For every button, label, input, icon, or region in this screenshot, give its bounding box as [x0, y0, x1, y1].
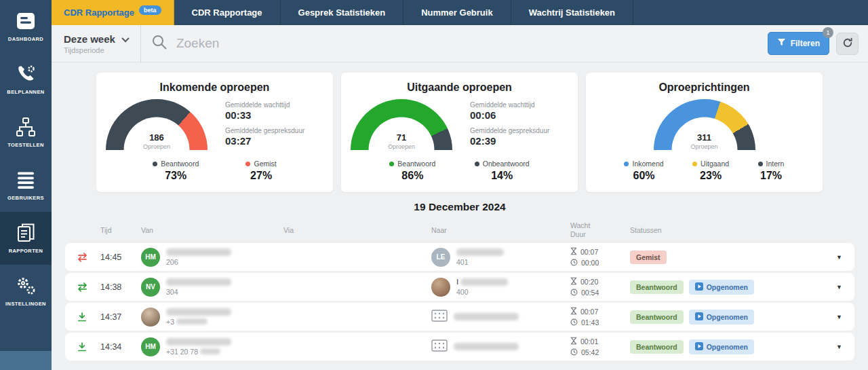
caller-cell: HM +31 20 78 [141, 337, 283, 356]
two-way-arrow-icon [77, 253, 100, 262]
avatar-photo [431, 278, 450, 297]
redacted-name [454, 313, 519, 320]
legend-dot [624, 162, 629, 166]
stat-wachttijd: Gemiddelde wachttijd 00:33 [225, 101, 323, 121]
tab-bar: CDR Rapportage beta CDR Rapportage Gespr… [52, 0, 868, 25]
two-way-arrow-icon [77, 282, 100, 292]
sidebar-item-label: TOESTELLEN [7, 142, 43, 148]
call-time: 14:34 [100, 342, 141, 352]
redacted-name [166, 278, 231, 286]
caller-cell: +3 [141, 308, 283, 327]
sidebar-item-rapporten[interactable]: RAPPORTEN [0, 212, 52, 265]
card-title: Uitgaande oproepen [351, 81, 568, 94]
redacted-name [460, 278, 508, 286]
legend-dot [758, 162, 763, 166]
hourglass-icon [570, 337, 577, 346]
chevron-down-icon[interactable]: ▼ [825, 284, 842, 291]
status-badge: Gemist [630, 251, 667, 264]
sidebar-item-dashboard[interactable]: DASHBOARD [0, 0, 52, 53]
call-time: 14:37 [100, 312, 141, 322]
legend-item: Uitgaand 23% [692, 160, 729, 182]
tab-cdr-rapportage[interactable]: CDR Rapportage [174, 0, 281, 25]
avatar: LE [431, 248, 450, 267]
tab-label: Nummer Gebruik [421, 7, 492, 18]
search-placeholder: Zoeken [176, 36, 219, 51]
clock-icon [570, 259, 578, 267]
sidebar-item-gebruikers[interactable]: GEBRUIKERS [0, 159, 52, 212]
clock-icon [570, 318, 578, 327]
filter-button[interactable]: Filteren [768, 32, 829, 55]
refresh-button[interactable] [836, 33, 859, 55]
caller-number: 206 [166, 258, 231, 266]
chevron-down-icon [121, 33, 130, 45]
card-inkomende-oproepen: Inkomende oproepen 186 Oproepen Gemiddel… [96, 73, 333, 192]
status-badge: Beantwoord [630, 310, 684, 324]
funnel-icon [777, 38, 786, 49]
tab-wachtrij-statistieken[interactable]: Wachtrij Statistieken [511, 0, 633, 25]
users-list-icon [16, 170, 35, 190]
table-row[interactable]: 14:38 NV 304 I 400 00:20 00:54 [65, 273, 854, 301]
clock-icon [570, 289, 578, 297]
chevron-down-icon[interactable]: ▼ [825, 314, 842, 320]
wait-duration-cell: 00:20 00:54 [570, 277, 630, 297]
legend-item: Beantwoord 73% [153, 160, 199, 182]
caller-cell: NV 304 [141, 278, 283, 297]
table-row[interactable]: 14:37 +3 00:07 01:43 Beantwoord [65, 303, 854, 331]
keypad-icon [431, 310, 448, 325]
legend-dot [692, 162, 697, 166]
stat-wachttijd: Gemiddelde wachttijd 00:06 [470, 101, 568, 121]
tab-nummer-gebruik[interactable]: Nummer Gebruik [403, 0, 511, 25]
recording-badge[interactable]: Opgenomen [689, 310, 754, 325]
card-uitgaande-oproepen: Uitgaande oproepen 71 Oproepen Gemiddeld… [341, 73, 578, 192]
tab-label: CDR Rapportage [64, 7, 134, 18]
table-row[interactable]: 14:34 HM +31 20 78 00:01 05:42 Bean [65, 333, 854, 360]
sidebar-footer[interactable] [0, 351, 52, 370]
settings-gears-icon [16, 276, 36, 296]
search-input[interactable]: Zoeken [141, 35, 768, 52]
table-row[interactable]: 14:45 HM 206 LE 401 00:07 00:00 [65, 243, 854, 271]
callee-number: 401 [456, 258, 504, 266]
incoming-arrow-icon [77, 312, 100, 322]
hourglass-icon [570, 247, 577, 257]
sidebar-item-label: RAPPORTEN [9, 248, 43, 254]
tab-label: Wachtrij Statistieken [529, 7, 615, 18]
gauge-count: 311 [654, 132, 755, 143]
legend-dot [245, 162, 250, 166]
avatar: HM [141, 337, 160, 356]
hourglass-icon [570, 277, 577, 286]
legend-dot [153, 162, 157, 166]
play-icon [695, 342, 703, 352]
call-time: 14:45 [100, 253, 141, 262]
clock-icon [570, 348, 578, 357]
recording-badge[interactable]: Opgenomen [689, 280, 754, 295]
legend-dot [475, 162, 479, 166]
chevron-down-icon[interactable]: ▼ [825, 254, 842, 261]
caller-number: 304 [166, 288, 231, 296]
chevron-down-icon[interactable]: ▼ [825, 344, 842, 350]
keypad-icon [431, 339, 448, 354]
incoming-arrow-icon [77, 342, 100, 352]
legend-item: Inkomend 60% [624, 160, 663, 182]
legend-dot [389, 162, 394, 166]
avatar: NV [141, 278, 160, 297]
redacted-name [166, 248, 231, 256]
period-selector[interactable]: Deze week Tijdsperiode [52, 33, 140, 54]
play-icon [695, 282, 703, 292]
redacted-name [166, 308, 231, 316]
tab-cdr-rapportage-beta[interactable]: CDR Rapportage beta [52, 0, 174, 25]
date-header: 19 December 2024 [52, 201, 868, 213]
col-naar: Naar [431, 226, 570, 234]
beta-badge: beta [139, 5, 161, 15]
card-title: Inkomende oproepen [106, 81, 323, 94]
recording-badge[interactable]: Opgenomen [689, 339, 754, 354]
wait-duration-cell: 00:01 05:42 [570, 337, 630, 357]
sidebar-item-belplannen[interactable]: BELPLANNEN [0, 53, 52, 106]
status-badge: Beantwoord [630, 340, 684, 354]
toolbar: Deze week Tijdsperiode Zoeken Filteren [52, 25, 868, 62]
sidebar-item-toestellen[interactable]: TOESTELLEN [0, 106, 52, 159]
callee-number: 400 [456, 288, 508, 296]
tab-gesprek-statistieken[interactable]: Gesprek Statistieken [281, 0, 404, 25]
col-tijd: Tijd [100, 226, 141, 234]
sidebar-item-instellingen[interactable]: INSTELLINGEN [0, 265, 52, 318]
tab-label: CDR Rapportage [192, 7, 262, 18]
